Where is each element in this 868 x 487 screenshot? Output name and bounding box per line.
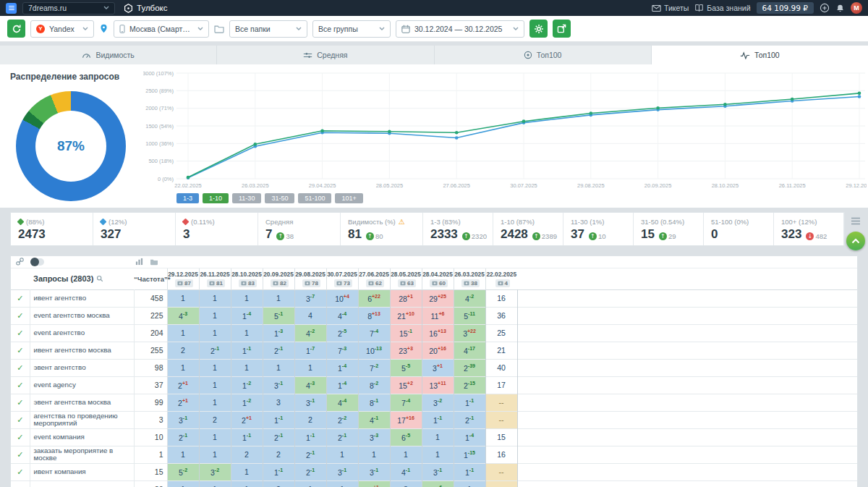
add-funds-button[interactable] (820, 3, 830, 13)
table-row[interactable]: ✓агентства по проведению мероприятий33-1… (11, 411, 857, 428)
row-check-icon[interactable]: ✓ (11, 463, 30, 480)
position-cell: 1-15 (454, 446, 485, 463)
tab-top100[interactable]: Топ100 (435, 46, 652, 64)
query-cell[interactable]: event компания (30, 428, 134, 446)
query-cell[interactable]: ивент агентство москва (30, 342, 134, 359)
table-row[interactable]: ✓ивент агентство45811113-710+46+2228+129… (11, 289, 857, 307)
date-column-header[interactable]: 29.08.202578 (294, 268, 326, 289)
query-cell[interactable]: event агентство (30, 324, 134, 342)
project-selector[interactable]: 7dreams.ru (22, 2, 115, 14)
table-row[interactable]: ✓event агентство москва2254-311-45-144-4… (11, 307, 857, 324)
link-icon[interactable] (16, 255, 24, 268)
query-cell[interactable]: эвент агентство (30, 359, 134, 376)
region-select[interactable]: Москва (Смарт… (114, 20, 209, 38)
row-check-icon[interactable]: ✓ (11, 428, 30, 446)
stat-card-9[interactable]: 51-100 (0%)0 (704, 213, 774, 245)
table-row[interactable]: ✓event agency372+111-23-14-31-48-215+213… (11, 376, 857, 394)
tab-top100-positions[interactable]: Топ100 (652, 46, 868, 64)
query-cell[interactable]: заказать мероприятие в москве (30, 446, 134, 463)
select-all-column[interactable] (11, 268, 30, 289)
settings-gear-button[interactable] (529, 20, 548, 38)
avatar[interactable]: M (851, 2, 862, 14)
table-row[interactable]: ✓event компания102-111-12-11-12-13-36-51… (11, 428, 857, 446)
legend-chip-11-30[interactable]: 11-30 (232, 193, 261, 203)
table-row[interactable]: ✓ивент агентство москва25522-11-12-11-77… (11, 342, 857, 359)
date-range-select[interactable]: 30.12.2024 — 30.12.2025 (396, 20, 524, 38)
row-check-icon[interactable]: ✓ (11, 376, 30, 394)
chart-columns-icon[interactable] (135, 255, 143, 268)
date-column-header[interactable]: 30.07.202573 (326, 268, 358, 289)
folders-select[interactable]: Все папки (229, 20, 307, 38)
date-column-header[interactable]: 20.09.202582 (263, 268, 294, 289)
row-check-icon[interactable]: ✓ (11, 324, 30, 342)
date-column-header[interactable]: 29.12.202587 (167, 268, 199, 289)
query-cell[interactable]: event агентство москва (30, 307, 134, 324)
table-row[interactable]: ✓event агентство2041111-34-22-57-415-116… (11, 324, 857, 342)
date-column-header[interactable]: 28.04.202560 (422, 268, 454, 289)
stat-value: 2473 (18, 227, 46, 242)
query-cell[interactable]: ивент агентство (30, 289, 134, 307)
tab-average[interactable]: Средняя (217, 46, 434, 64)
groups-select[interactable]: Все группы (312, 20, 391, 38)
legend-chip-31-50[interactable]: 31-50 (265, 193, 294, 203)
legend-chip-1-10[interactable]: 1-10 (203, 193, 229, 203)
legend-chip-101+[interactable]: 101+ (335, 193, 362, 203)
positions-line-chart[interactable]: 0 (0%)500 (18%)1000 (36%)1500 (54%)2000 … (143, 69, 867, 190)
table-row[interactable]: ✓эвент агентства москва992+111-233-14-48… (11, 394, 857, 411)
view-toggle[interactable] (30, 258, 44, 266)
region-pin-icon[interactable] (99, 23, 109, 34)
table-row[interactable]: ✓заказать мероприятие в москве111222-111… (11, 446, 857, 463)
table-row[interactable]: ✓ивент компания155-23-211-12-13-13-14-13… (11, 463, 857, 480)
row-check-icon[interactable]: ✓ (11, 480, 30, 487)
date-column-header[interactable]: 27.06.202562 (358, 268, 390, 289)
queries-column-header[interactable]: Запросы (2803) (30, 268, 134, 289)
stat-card-7[interactable]: 11-30 (1%)37↑10 (563, 213, 634, 245)
tab-visibility[interactable]: Видимость (0, 46, 217, 64)
row-check-icon[interactable]: ✓ (11, 342, 30, 359)
stat-card-8[interactable]: 31-50 (0.54%)15↑29 (634, 213, 704, 245)
apps-menu-button[interactable] (6, 3, 17, 14)
stat-card-2[interactable]: (0.11%)3 (176, 213, 258, 245)
legend-chip-1-3[interactable]: 1-3 (176, 193, 199, 203)
search-icon[interactable] (96, 275, 103, 282)
date-column-header[interactable]: 22.02.20254 (485, 268, 517, 289)
tickets-link[interactable]: Тикеты (652, 4, 689, 12)
row-check-icon[interactable]: ✓ (11, 359, 30, 376)
notifications-bell-icon[interactable] (835, 4, 845, 13)
refresh-button[interactable] (7, 20, 25, 38)
date-column-header[interactable]: 28.05.202563 (390, 268, 422, 289)
stat-card-4[interactable]: Видимость (%)⚠81↑80 (341, 213, 423, 245)
date-column-header[interactable]: 28.10.202583 (231, 268, 263, 289)
query-cell[interactable]: ивент компания (30, 463, 134, 480)
query-cell[interactable]: эвент агентства москва (30, 394, 134, 411)
legend-chip-51-100[interactable]: 51-100 (298, 193, 331, 203)
folders-icon[interactable] (150, 255, 158, 268)
app-logo[interactable]: Тулбокс (124, 4, 167, 13)
stat-card-6[interactable]: 1-10 (87%)2428↑2389 (493, 213, 563, 245)
stat-card-10[interactable]: 100+ (12%)323↓482 (774, 213, 844, 245)
row-check-icon[interactable]: ✓ (11, 289, 30, 307)
chart-menu-icon[interactable] (851, 215, 861, 228)
row-check-icon[interactable]: ✓ (11, 446, 30, 463)
date-column-header[interactable]: 26.11.202581 (199, 268, 231, 289)
row-check-icon[interactable]: ✓ (11, 411, 30, 428)
stat-card-5[interactable]: 1-3 (83%)2333↑2320 (423, 213, 493, 245)
table-row[interactable]: ✓агентство по организации261112119+188-6… (11, 480, 857, 487)
date-column-header[interactable]: 26.03.202538 (454, 268, 485, 289)
row-check-icon[interactable]: ✓ (11, 394, 30, 411)
stat-card-0[interactable]: (88%)2473 (11, 213, 93, 245)
scroll-top-button[interactable] (846, 232, 865, 250)
query-cell[interactable]: event agency (30, 376, 134, 394)
queries-distribution-donut[interactable]: 87% (16, 91, 126, 201)
search-engine-select[interactable]: Y Yandex (30, 20, 94, 38)
query-cell[interactable]: агентство по организации (30, 480, 134, 487)
row-check-icon[interactable]: ✓ (11, 307, 30, 324)
stat-card-3[interactable]: Средняя7↑38 (258, 213, 341, 245)
query-cell[interactable]: агентства по проведению мероприятий (30, 411, 134, 428)
knowledge-base-link[interactable]: База знаний (694, 4, 750, 12)
frequency-column-header[interactable]: “Частота”* (134, 268, 167, 289)
balance-badge[interactable]: 64 109.99 ₽ (757, 2, 814, 14)
table-row[interactable]: ✓эвент агентство98111111-47-25-53+12-394… (11, 359, 857, 376)
stat-card-1[interactable]: (12%)327 (93, 213, 176, 245)
open-report-button[interactable] (553, 20, 571, 38)
